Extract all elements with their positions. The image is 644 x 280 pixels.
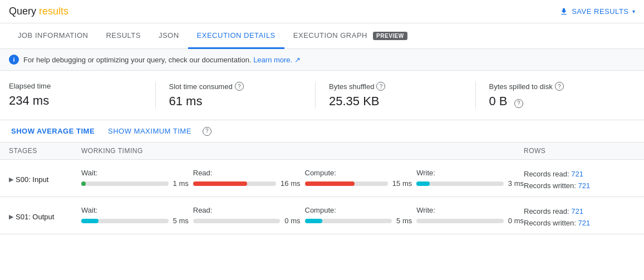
toggle-bar: SHOW AVERAGE TIME SHOW MAXIMUM TIME ?: [0, 120, 644, 143]
timing-item-compute-s01: Compute: 5 ms: [305, 206, 412, 225]
stage-s00-rows: Records read: 721 Records written: 721: [524, 164, 635, 192]
learn-more-link[interactable]: Learn more. ↗: [253, 56, 301, 64]
download-icon: [559, 7, 568, 16]
save-results-button[interactable]: SAVE RESULTS ▾: [559, 7, 635, 16]
show-maximum-time-button[interactable]: SHOW MAXIMUM TIME: [106, 126, 194, 136]
metrics-section: Elapsed time 234 ms Slot time consumed ?…: [0, 71, 644, 120]
stages-col-header: Stages: [9, 147, 81, 155]
timing-item-read-s01: Read: 0 ms: [193, 206, 301, 225]
timing-ms-write-s00: 3 ms: [508, 179, 524, 188]
timing-ms-compute-s01: 5 ms: [396, 217, 412, 225]
timing-bar-bg-read-s00: [193, 181, 276, 186]
timing-bar-fill-wait-s00: [81, 181, 86, 186]
stages-table-header: Stages Working timing Rows: [0, 143, 644, 160]
page-title: Query results: [9, 6, 68, 17]
stage-row-s00: ▶ S00: Input Wait: 1 ms: [0, 160, 644, 197]
metric-elapsed-label: Elapsed time: [9, 82, 142, 90]
tab-execution-graph[interactable]: EXECUTION GRAPH PREVIEW: [284, 23, 416, 49]
metric-slot-label: Slot time consumed ?: [169, 82, 302, 91]
metric-elapsed-time: Elapsed time 234 ms: [9, 82, 156, 109]
timing-item-read-s00: Read: 16 ms: [193, 169, 301, 188]
stage-s00-name: S00: Input: [16, 175, 48, 184]
records-written-s01: Records written: 721: [524, 218, 635, 229]
timing-item-write-s01: Write: 0 ms: [416, 206, 524, 225]
metric-bytes-spilled: Bytes spilled to disk ? 0 B ?: [489, 82, 636, 109]
stage-s00-chevron[interactable]: ▶: [9, 176, 13, 183]
page-header: Query results SAVE RESULTS ▾: [0, 0, 644, 23]
stage-s00-timing: Wait: 1 ms Read:: [81, 164, 524, 192]
stage-name-col-s01: ▶ S01: Output: [9, 202, 81, 221]
records-read-s00: Records read: 721: [524, 169, 635, 180]
timing-col-header: Working timing: [81, 147, 524, 155]
timing-ms-read-s00: 16 ms: [281, 179, 300, 188]
metric-bytes-shuffled-label: Bytes shuffled ?: [329, 82, 462, 91]
timing-item-wait-s00: Wait: 1 ms: [81, 169, 189, 188]
timing-bar-fill-compute-s00: [305, 181, 355, 186]
timing-bar-bg-compute-s01: [305, 219, 392, 223]
stage-s01-name: S01: Output: [16, 213, 54, 221]
timing-ms-read-s01: 0 ms: [284, 217, 300, 225]
metric-elapsed-value: 234 ms: [9, 94, 142, 108]
info-icon: i: [9, 55, 19, 65]
timing-bar-bg-read-s01: [193, 219, 281, 223]
timing-ms-wait-s00: 1 ms: [173, 179, 189, 188]
timing-bar-bg-compute-s00: [305, 181, 388, 186]
stage-s01-rows: Records read: 721 Records written: 721: [524, 202, 635, 229]
timing-bar-bg-wait-s00: [81, 181, 169, 186]
metric-bytes-shuffled: Bytes shuffled ? 25.35 KB: [329, 82, 476, 109]
metric-bytes-shuffled-value: 25.35 KB: [329, 94, 462, 109]
timing-bar-bg-wait-s01: [81, 219, 169, 223]
stages-table: Stages Working timing Rows ▶ S00: Input …: [0, 143, 644, 234]
timing-ms-write-s01: 0 ms: [508, 217, 524, 225]
tab-json[interactable]: JSON: [150, 23, 188, 49]
timing-item-write-s00: Write: 3 ms: [416, 169, 524, 188]
bytes-spilled-sub-help-icon[interactable]: ?: [514, 99, 523, 108]
records-read-s01: Records read: 721: [524, 206, 635, 218]
metric-slot-time: Slot time consumed ? 61 ms: [169, 82, 316, 109]
tab-bar: JOB INFORMATION RESULTS JSON EXECUTION D…: [0, 23, 644, 49]
metric-bytes-spilled-value: 0 B ?: [489, 94, 622, 109]
timing-bar-fill-write-s00: [416, 181, 429, 186]
tab-job-information[interactable]: JOB INFORMATION: [9, 23, 97, 49]
timing-ms-wait-s01: 5 ms: [173, 217, 189, 225]
info-text: For help debugging or optimizing your qu…: [23, 56, 301, 64]
timing-bar-fill-wait-s01: [81, 219, 99, 223]
show-average-time-button[interactable]: SHOW AVERAGE TIME: [9, 126, 97, 136]
preview-badge: PREVIEW: [373, 32, 407, 40]
metric-slot-value: 61 ms: [169, 94, 302, 109]
timing-ms-compute-s00: 15 ms: [392, 179, 412, 188]
timing-item-wait-s01: Wait: 5 ms: [81, 206, 189, 225]
timing-item-compute-s00: Compute: 15 ms: [305, 169, 412, 188]
slot-help-icon[interactable]: ?: [235, 82, 244, 91]
bytes-spilled-help-icon[interactable]: ?: [555, 82, 564, 91]
metric-bytes-spilled-label: Bytes spilled to disk ?: [489, 82, 622, 91]
timing-bar-fill-compute-s01: [305, 219, 322, 223]
info-bar: i For help debugging or optimizing your …: [0, 49, 644, 71]
chevron-down-icon: ▾: [632, 8, 636, 14]
rows-col-header: Rows: [524, 147, 635, 155]
timing-bar-bg-write-s01: [416, 219, 504, 223]
stage-name-col-s00: ▶ S00: Input: [9, 164, 81, 184]
title-highlight: results: [39, 6, 68, 17]
bytes-shuffled-help-icon[interactable]: ?: [376, 82, 385, 91]
stage-row-s01: ▶ S01: Output Wait: 5 ms: [0, 197, 644, 234]
stage-s01-chevron[interactable]: ▶: [9, 213, 13, 220]
toggle-help-icon[interactable]: ?: [203, 127, 212, 136]
timing-bar-bg-write-s00: [416, 181, 504, 186]
stage-s01-timing: Wait: 5 ms Read:: [81, 202, 524, 229]
timing-bar-fill-read-s00: [193, 181, 247, 186]
tab-execution-details[interactable]: EXECUTION DETAILS: [188, 23, 284, 49]
tab-results[interactable]: RESULTS: [97, 23, 150, 49]
records-written-s00: Records written: 721: [524, 180, 635, 192]
